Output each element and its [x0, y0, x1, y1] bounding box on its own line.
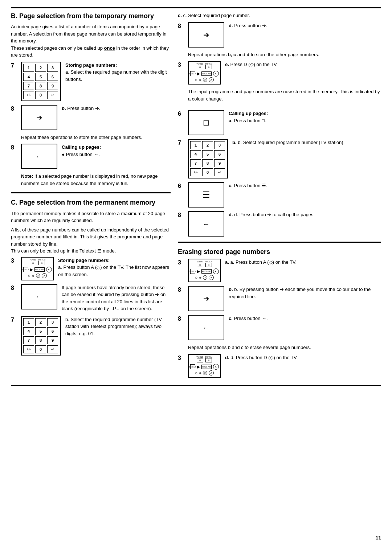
arrow-device-c: ← [21, 284, 57, 309]
num-1: 1 [23, 64, 34, 72]
storing-heading: Storing page numbers: [65, 62, 117, 68]
press-button-d-text: Press button ➔. [234, 23, 267, 28]
book-icon: ☰ [202, 190, 210, 200]
numpad-right: 1 2 3 4 5 6 7 8 9 +/- 0 ↵ [188, 139, 228, 178]
erase-step-3d: 3 TUNING ⊟ SYSTEM ⊟ SELECT [178, 354, 381, 378]
left-column: B. Page selection from the temporary mem… [11, 12, 171, 381]
step-3-c-label: 3 [11, 258, 17, 264]
right-step-7-content: b. b. Select required programme number (… [232, 139, 381, 146]
calling-heading: Calling up pages: [62, 144, 101, 150]
erase-step-8b: 8 ➔ b. b. By pressing button ➔ each time… [178, 286, 381, 311]
section-b-title: B. Page selection from the temporary mem… [11, 12, 171, 20]
erasing-b-text: b. By pressing button ➔ each time you mo… [229, 287, 371, 299]
num-r-enter: ↵ [214, 168, 225, 176]
screen-icon-a: □ [204, 118, 209, 128]
num-r-6: 6 [214, 150, 225, 158]
repeat-bc-text: Repeat operations b and c to erase sever… [188, 344, 381, 351]
storing-a-c: a. Press button A (◇) on the TV. The lis… [58, 264, 171, 278]
right-step-7: 7 1 2 3 4 5 6 7 8 9 +/- 0 ↵ b. b. Select… [178, 139, 381, 178]
calling-b-text: b. Select required programme number (TV … [238, 140, 344, 145]
step-8-c-row: 8 ← If page numbers have already been st… [11, 284, 171, 312]
left-arrow-device: ← [21, 144, 57, 169]
left-arrow-device-r: ← [188, 211, 224, 237]
erasing-title: Erasing stored page numbers [178, 248, 381, 256]
step-7-label: 7 [11, 62, 17, 69]
erase-step-8c-content: c. Press button ←. [229, 315, 381, 322]
calling-up-content: Calling up pages: ●Press button ←. [62, 144, 171, 158]
main-content: B. Page selection from the temporary mem… [11, 12, 381, 381]
book-device: ☰ [188, 182, 224, 208]
storing-a-text: a. Select the required page number with … [65, 69, 171, 83]
num-c-5: 5 [35, 327, 46, 335]
erasing-d-text: d. Press button D (◇) on the TV. [230, 355, 298, 360]
num-r-3: 3 [214, 141, 225, 149]
tv-remote-right: TUNING ⊟ SYSTEM ⊟ SELECT ▶ PROG NR A [188, 61, 221, 85]
right-arrow-icon: ➔ [36, 113, 42, 122]
num-r-0: 0 [202, 168, 213, 176]
num-4: 4 [23, 73, 34, 81]
step-8-c-label: 8 [11, 285, 17, 291]
num-c-0: 0 [35, 345, 46, 353]
tv-remote-erase-d: TUNING ⊟ SYSTEM ⊟ SELECT ▶ PROG NR A [188, 354, 221, 378]
right-step-6b-content: c. Press button ☰. [229, 182, 381, 189]
num-r-2: 2 [202, 141, 213, 149]
page-container: B. Page selection from the temporary mem… [0, 0, 392, 546]
erase-step-3d-label: 3 [178, 355, 184, 361]
step-3-c-row: 3 TUNING ⊟ SYSTEM ⊟ SELECT [11, 257, 171, 280]
left-arrow-icon-c: ← [36, 292, 43, 301]
step-7-c-row: 7 1 2 3 4 5 6 7 8 9 +/- 0 ↵ b. Select th… [11, 316, 171, 356]
erase-step-8c-label: 8 [178, 316, 184, 322]
num-0: 0 [35, 91, 46, 99]
arrow-button-device-b: ➔ [21, 105, 57, 130]
calling-d-text: d. Press button ➔ to call up the pages. [234, 212, 315, 217]
num-9: 9 [47, 82, 58, 90]
right-step-8-arrow-label: 8 [178, 212, 184, 218]
right-column: c. c. Select required page number. 8 ➔ d… [178, 12, 381, 381]
divider-right-1 [178, 106, 381, 106]
press-button-b-text: Press button ➔. [67, 106, 100, 111]
step-8b-label-num: 8 [11, 144, 17, 151]
erasing-c-text: Press button ←. [234, 316, 268, 321]
step-7-row: 7 1 2 3 4 5 6 7 8 9 +/- 0 ↵ Storing page… [11, 62, 171, 101]
left-arrow-icon: ← [36, 152, 43, 161]
erase-step-8c: 8 ← c. Press button ←. [178, 315, 381, 340]
erasing-a-text: a. Press button A (◇) on the TV. [230, 259, 297, 265]
num-r-1: 1 [190, 141, 201, 149]
right-select-c: c. c. Select required page number. [178, 12, 381, 19]
step-b-c-text: b. Select the required programme number … [65, 316, 171, 337]
right-step-8-content: d. d. Press button ➔ to call up the page… [229, 211, 381, 218]
calling-c-text: Press button ☰. [234, 183, 267, 188]
calling-heading-r: Calling up pages: [229, 111, 268, 116]
step-3-c-content: Storing page numbers: a. Press button A … [58, 257, 171, 278]
press-d-tv-text: Press D (◇) on the TV. [230, 62, 278, 67]
num-5: 5 [35, 73, 46, 81]
if-stored-content: If page numbers have already been stored… [62, 284, 171, 312]
num-c-1: 1 [23, 318, 34, 326]
section-c-intro2: A list of these page numbers can be call… [11, 226, 171, 255]
num-c-2: 2 [35, 318, 46, 326]
right-step-6a: 6 □ Calling up pages: a. Press button □. [178, 110, 381, 135]
right-arrow-device-a: ➔ [188, 22, 224, 48]
num-enter: ↵ [47, 91, 58, 99]
right-step-8-arrow: 8 ← d. d. Press button ➔ to call up the … [178, 211, 381, 237]
repeat-text-b: Repeat these operations to store the oth… [21, 134, 171, 141]
section-c-title: C. Page selection from the permanent mem… [11, 198, 171, 207]
num-c-plus-minus: +/- [23, 345, 34, 353]
num-r-9: 9 [214, 159, 225, 167]
num-7: 7 [23, 82, 34, 90]
section-b-intro: An index page gives a list of a number o… [11, 23, 171, 59]
right-arrow-icon-r: ➔ [203, 30, 209, 39]
left-arrow-erase-c: ← [203, 324, 210, 332]
calling-a-text: Press button □. [234, 118, 266, 123]
erase-step-8b-label: 8 [178, 287, 184, 293]
right-arrow-erase-b: ➔ [203, 294, 209, 303]
step-7-c-label: 7 [11, 317, 17, 323]
num-c-9: 9 [47, 336, 58, 344]
step-8a-row: 8 ➔ b. Press button ➔. [11, 105, 171, 130]
screen-device-a: □ [188, 110, 224, 135]
step-8a-label: 8 [11, 106, 17, 112]
section-c-title-text: C. Page selection from the permanent mem… [11, 199, 155, 206]
step-8b-row: 8 ← Calling up pages: ●Press button ←. [11, 144, 171, 169]
num-8: 8 [35, 82, 46, 90]
select-c-text: c. Select required page number. [183, 13, 250, 18]
